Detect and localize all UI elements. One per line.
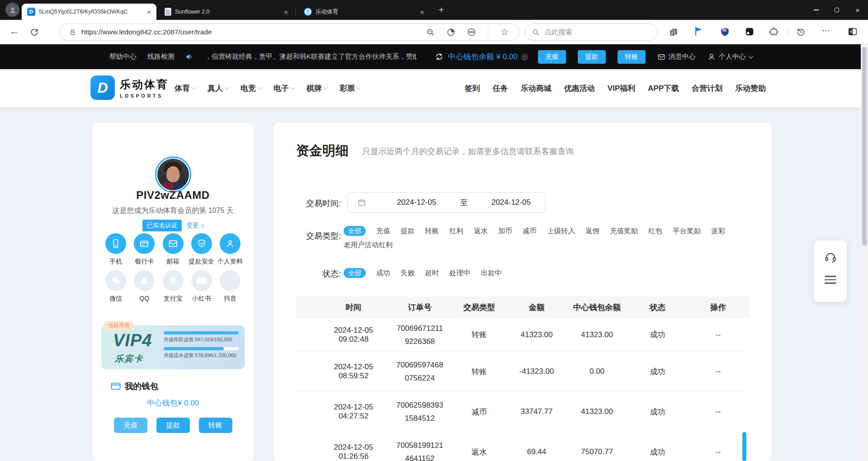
type-filter-option[interactable]: 红包 bbox=[648, 226, 662, 236]
topbar-deposit-button[interactable]: 充值 bbox=[538, 50, 566, 64]
page-scrollbar[interactable] bbox=[861, 44, 868, 461]
type-filter-option[interactable]: 转账 bbox=[425, 226, 439, 236]
binding-email[interactable]: 邮箱 bbox=[160, 233, 186, 266]
flag-extension-icon[interactable] bbox=[693, 25, 705, 38]
more-tools-icon[interactable] bbox=[467, 28, 476, 37]
tab-close-icon[interactable]: × bbox=[420, 9, 424, 15]
page-scrollbar-thumb[interactable] bbox=[862, 47, 867, 246]
collections-icon[interactable] bbox=[667, 26, 679, 38]
refresh-balance-icon[interactable] bbox=[435, 52, 443, 61]
date-range-picker[interactable]: 2024-12-05 至 2024-12-05 bbox=[347, 192, 545, 213]
nav-menu-cards[interactable]: 棋牌 bbox=[307, 83, 327, 94]
type-filter-option[interactable]: 返佣 bbox=[585, 226, 599, 236]
tab-close-icon[interactable]: × bbox=[284, 9, 288, 15]
binding-alipay[interactable]: 支 支付宝 bbox=[160, 270, 186, 303]
type-filter-option[interactable]: 老用户活动红利 bbox=[344, 240, 393, 250]
nav-link-sponsor[interactable]: 乐动赞助 bbox=[735, 83, 766, 94]
wallet-deposit-button[interactable]: 充值 bbox=[114, 418, 147, 433]
window-close-button[interactable]: × bbox=[847, 0, 868, 20]
type-filter-option[interactable]: 充值 bbox=[376, 226, 390, 236]
message-center-link[interactable]: 消息中心 bbox=[657, 52, 696, 61]
nav-link-tasks[interactable]: 任务 bbox=[493, 83, 508, 94]
window-minimize-button[interactable] bbox=[806, 0, 826, 20]
zoom-out-icon[interactable] bbox=[426, 28, 435, 37]
nav-link-checkin[interactable]: 签到 bbox=[465, 83, 480, 94]
browser-profile-avatar[interactable] bbox=[5, 3, 19, 17]
table-scrollbar-thumb[interactable] bbox=[742, 432, 746, 461]
topbar-transfer-button[interactable]: 转账 bbox=[618, 50, 646, 64]
menu-toggle-button[interactable] bbox=[825, 276, 836, 284]
binding-phone[interactable]: 手机 bbox=[103, 233, 129, 266]
browser-tab-3[interactable]: D 乐动体育 × bbox=[298, 4, 429, 20]
site-logo[interactable]: D 乐动体育 LDSPORTS bbox=[90, 75, 169, 100]
tab-close-icon[interactable]: × bbox=[147, 9, 151, 15]
status-filter-option[interactable]: 出款中 bbox=[481, 268, 502, 278]
history-icon[interactable] bbox=[794, 25, 807, 38]
type-filter-option[interactable]: 平台奖励 bbox=[673, 226, 701, 236]
binding-personal-info[interactable]: 个人资料 bbox=[217, 233, 243, 266]
wallet-transfer-button[interactable]: 转账 bbox=[199, 418, 232, 433]
nav-menu-lottery[interactable]: 彩票 bbox=[340, 83, 360, 94]
type-filter-option[interactable]: 返水 bbox=[474, 226, 488, 236]
status-filter-option[interactable]: 成功 bbox=[376, 268, 390, 278]
translate-icon[interactable] bbox=[447, 28, 455, 37]
status-filter-option[interactable]: 失败 bbox=[401, 268, 415, 278]
extensions-puzzle-icon[interactable] bbox=[767, 25, 780, 38]
binding-xiaohongshu[interactable]: 小红书 bbox=[189, 270, 215, 303]
type-filter-option[interactable]: 提款 bbox=[401, 226, 415, 236]
change-link[interactable]: 变更 bbox=[186, 221, 203, 230]
window-maximize-button[interactable] bbox=[826, 0, 847, 20]
new-tab-button[interactable]: + bbox=[435, 4, 448, 16]
nav-menu-esports[interactable]: 电竞 bbox=[241, 83, 261, 94]
browser-menu-icon[interactable] bbox=[820, 24, 832, 37]
page-title: 资金明细 bbox=[296, 142, 349, 160]
type-filter-option[interactable]: 减币 bbox=[523, 226, 537, 236]
type-filter-all[interactable]: 全部 bbox=[344, 226, 366, 236]
binding-qq[interactable]: QQ bbox=[131, 270, 157, 303]
search-box[interactable]: 点此搜索 bbox=[524, 24, 658, 41]
type-filter-option[interactable]: 上级转入 bbox=[547, 226, 575, 236]
status-filter-all[interactable]: 全部 bbox=[344, 268, 366, 278]
avatar[interactable] bbox=[155, 156, 191, 193]
binding-wechat[interactable]: 微信 bbox=[103, 270, 129, 303]
nav-link-affiliate[interactable]: 合营计划 bbox=[692, 83, 722, 94]
help-center-link[interactable]: 帮助中心 bbox=[109, 52, 137, 61]
binding-douyin[interactable]: ♪ 抖音 bbox=[217, 270, 243, 303]
address-bar[interactable]: https://www.ledong842.cc:2087/user/trade… bbox=[60, 24, 519, 41]
wallet-withdraw-button[interactable]: 提款 bbox=[156, 418, 190, 433]
topbar-withdraw-button[interactable]: 提款 bbox=[578, 50, 606, 64]
type-filter-option[interactable]: 派彩 bbox=[711, 226, 725, 236]
nav-link-app[interactable]: APP下载 bbox=[648, 83, 679, 94]
binding-bankcard[interactable]: 银行卡 bbox=[131, 233, 157, 266]
lock-icon[interactable] bbox=[69, 29, 76, 36]
binding-withdraw-security[interactable]: 提款安全 bbox=[189, 233, 215, 266]
customer-service-button[interactable] bbox=[824, 250, 837, 264]
url-text[interactable]: https://www.ledong842.cc:2087/user/trade bbox=[81, 28, 426, 36]
line-check-link[interactable]: 线路检测 bbox=[147, 52, 175, 61]
vip-level-card[interactable]: 当前等级 VIP4 乐宾卡 升级存款进度 567,029/150,000 升级流… bbox=[101, 325, 245, 369]
status-filter-option[interactable]: 超时 bbox=[425, 268, 439, 278]
browser-tab-2[interactable]: Sunflower 2.0 × bbox=[159, 4, 293, 20]
shield-extension-icon[interactable]: % bbox=[718, 25, 731, 38]
nav-link-promotions[interactable]: 优惠活动 bbox=[564, 83, 595, 94]
nav-link-mall[interactable]: 乐动商城 bbox=[521, 83, 552, 94]
back-button[interactable]: ← bbox=[8, 24, 21, 37]
favorite-star-icon[interactable]: ☆ bbox=[500, 27, 509, 38]
toggle-balance-visibility-icon[interactable]: ◎ bbox=[521, 52, 528, 61]
nav-link-vip[interactable]: VIP福利 bbox=[608, 83, 635, 94]
nav-menu-live[interactable]: 真人 bbox=[208, 83, 228, 94]
status-filter-option[interactable]: 处理中 bbox=[449, 268, 471, 278]
nav-menu-sports[interactable]: 体育 bbox=[175, 83, 195, 94]
chat-extension-icon[interactable] bbox=[743, 25, 756, 38]
date-to-value[interactable]: 2024-12-05 bbox=[477, 198, 545, 207]
split-screen-icon[interactable] bbox=[846, 25, 859, 38]
personal-center-menu[interactable]: 个人中心 bbox=[708, 52, 753, 61]
date-from-value[interactable]: 2024-12-05 bbox=[383, 198, 450, 207]
member-days-text: 这是您成为乐动体育会员的第 1075 天 bbox=[93, 206, 253, 216]
nav-menu-slots[interactable]: 电子 bbox=[274, 83, 294, 94]
browser-tab-1[interactable]: D 5LmQ5Yqo5L2T6IKyfOS5kOWKqC × bbox=[22, 4, 156, 20]
type-filter-option[interactable]: 红利 bbox=[449, 226, 463, 236]
reload-button[interactable] bbox=[28, 26, 41, 38]
type-filter-option[interactable]: 加币 bbox=[498, 226, 512, 236]
type-filter-option[interactable]: 充值奖励 bbox=[610, 226, 638, 236]
